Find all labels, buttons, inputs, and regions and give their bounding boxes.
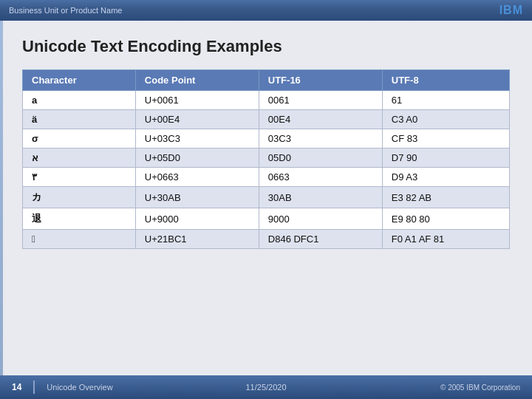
cell-codepoint: U+0061 (135, 91, 259, 110)
table-row: ٣U+06630663D9 A3 (23, 168, 510, 187)
cell-codepoint: U+30AB (135, 187, 259, 208)
cell-utf8: D7 90 (382, 149, 509, 168)
bottom-divider (33, 381, 35, 394)
page-number: 14 (12, 382, 21, 392)
cell-utf16: 30AB (259, 187, 382, 208)
cell-char: 退 (23, 208, 136, 230)
cell-utf8: D9 A3 (382, 168, 509, 187)
cell-utf16: D846 DFC1 (259, 230, 382, 249)
main-content: Unicode Text Encoding Examples Character… (0, 21, 532, 256)
table-row: 退U+90009000E9 80 80 (23, 208, 510, 230)
footer-copyright: © 2005 IBM Corporation (440, 383, 520, 392)
table-row: aU+0061006161 (23, 91, 510, 110)
ibm-logo: IBM (499, 4, 523, 17)
cell-utf8: C3 A0 (382, 110, 509, 129)
table-header-row: Character Code Point UTF-16 UTF-8 (23, 70, 510, 91)
cell-codepoint: U+9000 (135, 208, 259, 230)
cell-char: カ (23, 187, 136, 208)
cell-codepoint: U+03C3 (135, 129, 259, 149)
cell-char: ä (23, 110, 136, 129)
table-row: אU+05D005D0D7 90 (23, 149, 510, 168)
table-row: 𡯿U+21BC1D846 DFC1F0 A1 AF 81 (23, 230, 510, 249)
footer-date: 11/25/2020 (245, 383, 286, 392)
cell-utf16: 03C3 (259, 129, 382, 149)
col-header-character: Character (23, 70, 136, 91)
cell-codepoint: U+00E4 (135, 110, 259, 129)
top-bar-title: Business Unit or Product Name (9, 6, 122, 15)
table-row: カU+30AB30ABE3 82 AB (23, 187, 510, 208)
col-header-utf16: UTF-16 (259, 70, 382, 91)
cell-codepoint: U+21BC1 (135, 230, 259, 249)
cell-char: א (23, 149, 136, 168)
cell-utf16: 05D0 (259, 149, 382, 168)
col-header-codepoint: Code Point (135, 70, 259, 91)
cell-utf16: 9000 (259, 208, 382, 230)
bottom-bar: 14 Unicode Overview 11/25/2020 © 2005 IB… (0, 375, 532, 399)
cell-utf8: 61 (382, 91, 509, 110)
cell-utf16: 0663 (259, 168, 382, 187)
page-title: Unicode Text Encoding Examples (22, 37, 510, 56)
cell-utf8: F0 A1 AF 81 (382, 230, 509, 249)
cell-utf8: E9 80 80 (382, 208, 509, 230)
cell-codepoint: U+05D0 (135, 149, 259, 168)
cell-utf8: E3 82 AB (382, 187, 509, 208)
cell-utf16: 0061 (259, 91, 382, 110)
col-header-utf8: UTF-8 (382, 70, 509, 91)
table-row: σU+03C303C3CF 83 (23, 129, 510, 149)
cell-char: ٣ (23, 168, 136, 187)
cell-utf8: CF 83 (382, 129, 509, 149)
cell-codepoint: U+0663 (135, 168, 259, 187)
table-row: äU+00E400E4C3 A0 (23, 110, 510, 129)
cell-char: a (23, 91, 136, 110)
side-accent (0, 21, 3, 375)
cell-char: σ (23, 129, 136, 149)
top-bar: Business Unit or Product Name IBM (0, 0, 532, 21)
encoding-table: Character Code Point UTF-16 UTF-8 aU+006… (22, 69, 510, 249)
footer-label: Unicode Overview (47, 383, 112, 392)
cell-utf16: 00E4 (259, 110, 382, 129)
cell-char: 𡯿 (23, 230, 136, 249)
